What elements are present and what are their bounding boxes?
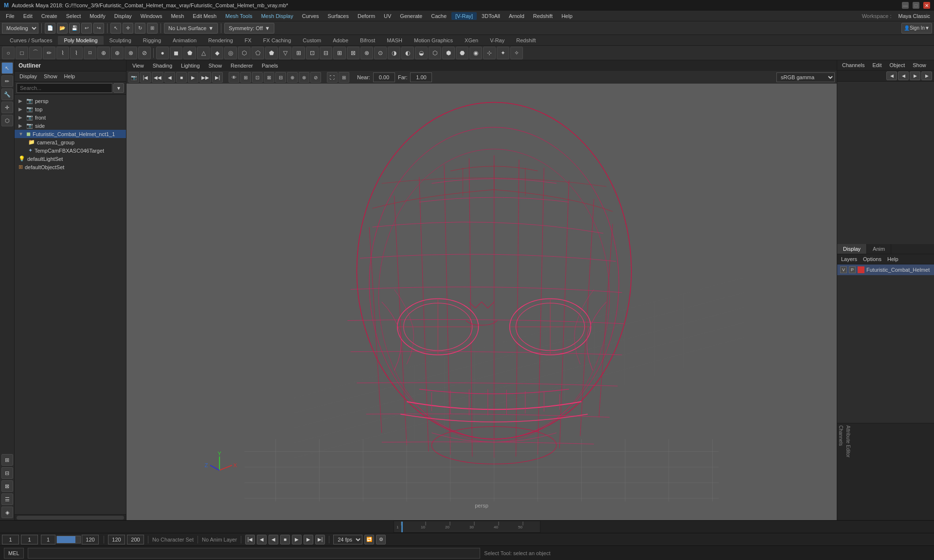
icon-shape2[interactable]: ⬠ <box>251 47 264 59</box>
menu-edit-mesh[interactable]: Edit Mesh <box>189 12 220 20</box>
vp-menu-lighting[interactable]: Lighting <box>177 62 204 70</box>
tree-item-top[interactable]: ▶ 📷 top <box>15 105 126 113</box>
open-button[interactable]: 📂 <box>57 23 68 34</box>
icon-select[interactable]: ○ <box>2 47 15 59</box>
stop-button[interactable]: ■ <box>280 535 290 544</box>
menu-help[interactable]: Help <box>557 12 576 20</box>
step-back-button[interactable]: ◀ <box>257 535 267 544</box>
tab-fx[interactable]: FX <box>239 36 257 45</box>
quad-draw-button[interactable]: ⊞ <box>1 454 13 466</box>
sign-in-button[interactable]: 👤 Sign In ▼ <box>901 23 932 34</box>
menu-mesh[interactable]: Mesh <box>167 12 188 20</box>
menu-generate[interactable]: Generate <box>396 12 426 20</box>
vp-view-btn8[interactable]: ⊘ <box>310 72 321 83</box>
play-fwd-button[interactable]: ▶ <box>292 535 302 544</box>
rp-icon3[interactable]: ▶ <box>910 71 920 80</box>
tab-fx-caching[interactable]: FX Caching <box>257 36 297 45</box>
menu-deform[interactable]: Deform <box>354 12 379 20</box>
rp-show[interactable]: Show <box>910 61 929 69</box>
icon-paint-select[interactable]: ✏ <box>43 47 55 59</box>
frame-start-input[interactable] <box>2 535 19 544</box>
timeline-ruler[interactable]: 1 10 20 30 40 50 60 70 80 90 1 <box>394 521 540 533</box>
layer-visibility[interactable]: V <box>840 266 847 273</box>
tab-mash[interactable]: MASH <box>381 36 408 45</box>
maximize-button[interactable]: □ <box>913 2 919 9</box>
vp-grid-btn[interactable]: ⊞ <box>339 72 349 83</box>
vp-menu-shading[interactable]: Shading <box>149 62 176 70</box>
icon-shape9[interactable]: ⊠ <box>347 47 359 59</box>
menu-mesh-tools[interactable]: Mesh Tools <box>221 12 256 20</box>
layer-button[interactable]: ☰ <box>1 493 13 505</box>
icon-shape21[interactable]: ✧ <box>510 47 523 59</box>
menu-arnold[interactable]: Arnold <box>505 12 528 20</box>
vp-menu-view[interactable]: View <box>128 62 148 70</box>
icon-shape1[interactable]: ⬡ <box>238 47 251 59</box>
menu-create[interactable]: Create <box>37 12 61 20</box>
tree-item-side[interactable]: ▶ 📷 side <box>15 122 126 130</box>
tab-poly-modeling[interactable]: Poly Modeling <box>58 36 103 45</box>
tab-rendering[interactable]: Rendering <box>202 36 239 45</box>
icon-tool1[interactable]: ⌇ <box>56 47 69 59</box>
symmetry-button[interactable]: Symmetry: Off ▼ <box>224 23 274 34</box>
icon-diamond[interactable]: ◆ <box>211 47 223 59</box>
tab-vray[interactable]: V-Ray <box>484 36 510 45</box>
play-back-button[interactable]: ◀ <box>269 535 278 544</box>
menu-redshift[interactable]: Redshift <box>529 12 557 20</box>
menu-mesh-display[interactable]: Mesh Display <box>257 12 297 20</box>
icon-torus[interactable]: ◎ <box>224 47 237 59</box>
menu-curves[interactable]: Curves <box>298 12 323 20</box>
tab-redshift[interactable]: Redshift <box>510 36 541 45</box>
rp-edit[interactable]: Edit <box>869 61 884 69</box>
icon-shape16[interactable]: ⬢ <box>442 47 455 59</box>
icon-shape13[interactable]: ◐ <box>401 47 414 59</box>
menu-3dtoall[interactable]: 3DToAll <box>478 12 504 20</box>
tab-bifrost[interactable]: Bifrost <box>354 36 381 45</box>
rp-tab-anim[interactable]: Anim <box>867 244 891 254</box>
tree-item-persp[interactable]: ▶ 📷 persp <box>15 97 126 105</box>
icon-tool2[interactable]: ⌇ <box>70 47 83 59</box>
icon-shape19[interactable]: ⊹ <box>483 47 496 59</box>
viewport[interactable]: View Shading Lighting Show Renderer Pane… <box>126 60 837 520</box>
grid-button[interactable]: ⊟ <box>1 467 13 479</box>
rp-icon2[interactable]: ◀ <box>898 71 909 80</box>
play-end-button[interactable]: ▶| <box>315 535 325 544</box>
range-slider[interactable] <box>56 536 81 543</box>
menu-file[interactable]: File <box>2 12 18 20</box>
rch-help[interactable]: Help <box>885 255 900 263</box>
icon-tool6[interactable]: ⊗ <box>125 47 137 59</box>
icon-shape7[interactable]: ⊟ <box>320 47 332 59</box>
rp-icon1[interactable]: ◀ <box>886 71 897 80</box>
menu-select[interactable]: Select <box>62 12 85 20</box>
menu-modify[interactable]: Modify <box>86 12 109 20</box>
outliner-menu-help[interactable]: Help <box>61 72 78 80</box>
tab-motion-graphics[interactable]: Motion Graphics <box>408 36 459 45</box>
icon-shape18[interactable]: ◉ <box>469 47 482 59</box>
icon-shape8[interactable]: ⊞ <box>333 47 346 59</box>
vp-prev-frame[interactable]: |◀ <box>140 72 151 83</box>
vp-play-fwd[interactable]: ▶ <box>188 72 198 83</box>
tab-adobe[interactable]: Adobe <box>327 36 354 45</box>
icon-shape12[interactable]: ◑ <box>388 47 400 59</box>
vp-view-btn7[interactable]: ⊗ <box>299 72 309 83</box>
tree-item-temp-cam[interactable]: ✦ TempCamFBXASC046Target <box>15 146 126 155</box>
playback-end-input[interactable] <box>127 535 144 544</box>
vp-view-btn2[interactable]: ⊞ <box>240 72 251 83</box>
vp-view-btn3[interactable]: ⊡ <box>252 72 263 83</box>
outliner-scrollbar[interactable] <box>15 514 126 520</box>
vp-far-input[interactable] <box>410 72 432 82</box>
step-fwd-button[interactable]: ▶ <box>304 535 313 544</box>
redo-button[interactable]: ↪ <box>93 23 104 34</box>
loop-button[interactable]: 🔁 <box>364 535 374 544</box>
save-button[interactable]: 💾 <box>69 23 80 34</box>
outliner-menu-show[interactable]: Show <box>41 72 60 80</box>
icon-tool7[interactable]: ⊘ <box>138 47 151 59</box>
menu-windows[interactable]: Windows <box>137 12 166 20</box>
icon-shape11[interactable]: ⊙ <box>374 47 387 59</box>
icon-shape6[interactable]: ⊡ <box>306 47 319 59</box>
rotate-tool-button[interactable]: ↻ <box>135 23 145 34</box>
undo-button[interactable]: ↩ <box>81 23 92 34</box>
icon-cube[interactable]: ◼ <box>170 47 182 59</box>
rp-object[interactable]: Object <box>886 61 908 69</box>
icon-cone[interactable]: △ <box>197 47 210 59</box>
icon-shape20[interactable]: ✦ <box>497 47 509 59</box>
